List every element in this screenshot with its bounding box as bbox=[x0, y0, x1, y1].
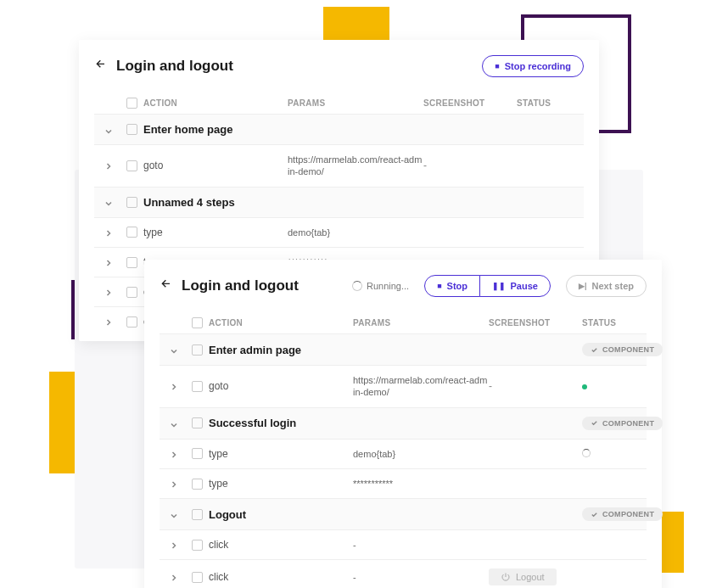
stop-icon: ■ bbox=[495, 63, 499, 70]
chevron-down-icon[interactable] bbox=[170, 510, 178, 518]
row-checkbox[interactable] bbox=[192, 417, 203, 428]
params-cell: - bbox=[353, 539, 489, 551]
chevron-right-icon[interactable] bbox=[170, 573, 178, 581]
row-checkbox[interactable] bbox=[192, 448, 203, 459]
page-title: Login and logout bbox=[116, 58, 473, 75]
row-checkbox[interactable] bbox=[192, 509, 203, 520]
action-cell: click bbox=[209, 539, 353, 551]
chevron-down-icon[interactable] bbox=[104, 126, 113, 134]
stop-recording-button[interactable]: ■ Stop recording bbox=[482, 55, 584, 77]
table-row: type demo{tab} bbox=[160, 439, 647, 468]
next-icon: ▶| bbox=[579, 283, 587, 290]
table-row: goto https://marmelab.com/react-admin-de… bbox=[94, 144, 584, 187]
row-checkbox[interactable] bbox=[192, 540, 203, 551]
checkbox-all[interactable] bbox=[192, 317, 203, 328]
table-header: ACTION PARAMS SCREENSHOT STATUS bbox=[94, 92, 584, 114]
action-cell: type bbox=[209, 478, 353, 490]
back-icon[interactable] bbox=[94, 58, 108, 75]
group-row[interactable]: Unnamed 4 steps bbox=[94, 187, 584, 217]
params-cell: https://marmelab.com/react-admin-demo/ bbox=[288, 154, 423, 178]
col-params: PARAMS bbox=[288, 98, 423, 108]
table-row: type *********** bbox=[160, 468, 647, 498]
back-icon[interactable] bbox=[160, 277, 173, 294]
group-status: COMPONENT bbox=[582, 417, 663, 430]
chevron-down-icon[interactable] bbox=[170, 345, 178, 354]
action-cell: goto bbox=[209, 380, 353, 392]
action-cell: click bbox=[209, 571, 353, 583]
checkbox-all[interactable] bbox=[126, 98, 137, 109]
row-checkbox[interactable] bbox=[126, 257, 137, 268]
col-action: ACTION bbox=[143, 98, 288, 108]
next-label: Next step bbox=[591, 281, 634, 291]
row-checkbox[interactable] bbox=[126, 160, 137, 171]
page-title: Login and logout bbox=[182, 277, 344, 294]
status-pass-icon bbox=[582, 384, 587, 389]
stop-button[interactable]: ■ Stop bbox=[424, 275, 480, 297]
chevron-right-icon[interactable] bbox=[104, 317, 113, 326]
spinner-icon bbox=[352, 281, 362, 291]
col-status: STATUS bbox=[517, 98, 574, 108]
chevron-right-icon[interactable] bbox=[104, 258, 113, 266]
group-row[interactable]: Successful login COMPONENT bbox=[160, 407, 647, 439]
table-row: click - Logout bbox=[160, 559, 647, 588]
chevron-right-icon[interactable] bbox=[104, 288, 113, 296]
chevron-right-icon[interactable] bbox=[170, 382, 178, 390]
chevron-right-icon[interactable] bbox=[170, 540, 178, 549]
row-checkbox[interactable] bbox=[126, 287, 137, 298]
row-checkbox[interactable] bbox=[192, 572, 203, 583]
component-badge-label: COMPONENT bbox=[602, 510, 654, 518]
chevron-down-icon[interactable] bbox=[170, 419, 178, 428]
screenshot-empty: - bbox=[423, 160, 427, 171]
row-checkbox[interactable] bbox=[192, 479, 203, 490]
running-label: Running... bbox=[367, 281, 409, 291]
chevron-right-icon[interactable] bbox=[104, 228, 113, 237]
screenshot-logout-button[interactable]: Logout bbox=[489, 568, 557, 585]
component-badge-label: COMPONENT bbox=[602, 345, 654, 354]
group-row[interactable]: Enter admin page COMPONENT bbox=[160, 333, 647, 365]
next-step-button[interactable]: ▶| Next step bbox=[566, 275, 647, 297]
panel-header: Login and logout Running... ■ Stop ❚❚ Pa… bbox=[160, 275, 647, 297]
component-badge: COMPONENT bbox=[582, 507, 663, 521]
action-cell: type bbox=[209, 448, 353, 460]
component-badge: COMPONENT bbox=[582, 343, 663, 356]
group-row[interactable]: Logout COMPONENT bbox=[160, 498, 647, 529]
group-name: Successful login bbox=[209, 417, 582, 429]
row-checkbox[interactable] bbox=[126, 316, 137, 328]
row-checkbox[interactable] bbox=[192, 344, 203, 356]
group-name: Enter admin page bbox=[209, 344, 582, 356]
col-status: STATUS bbox=[582, 318, 636, 328]
screenshot-cell: Logout bbox=[489, 568, 582, 585]
group-row[interactable]: Enter home page bbox=[94, 114, 584, 144]
component-badge-label: COMPONENT bbox=[602, 419, 654, 428]
table-row: goto https://marmelab.com/react-admin-de… bbox=[160, 365, 647, 407]
table-row: click - bbox=[160, 529, 647, 559]
stop-label: Stop bbox=[447, 281, 467, 291]
row-checkbox[interactable] bbox=[126, 197, 137, 208]
component-badge: COMPONENT bbox=[582, 417, 663, 430]
stop-recording-label: Stop recording bbox=[505, 61, 571, 71]
pause-button[interactable]: ❚❚ Pause bbox=[479, 275, 551, 297]
panel-running: Login and logout Running... ■ Stop ❚❚ Pa… bbox=[144, 260, 662, 588]
params-cell: demo{tab} bbox=[288, 227, 423, 238]
group-name: Unnamed 4 steps bbox=[143, 196, 517, 209]
chevron-right-icon[interactable] bbox=[104, 161, 113, 170]
col-params: PARAMS bbox=[353, 318, 489, 328]
status-running-icon bbox=[582, 449, 591, 457]
group-status: COMPONENT bbox=[582, 507, 663, 521]
chevron-right-icon[interactable] bbox=[170, 479, 178, 488]
screenshot-cell: - bbox=[423, 160, 517, 171]
row-checkbox[interactable] bbox=[126, 227, 137, 238]
status-cell bbox=[582, 448, 636, 460]
table-header: ACTION PARAMS SCREENSHOT STATUS bbox=[160, 312, 647, 333]
stop-icon: ■ bbox=[437, 283, 441, 290]
row-checkbox[interactable] bbox=[192, 381, 203, 392]
pause-label: Pause bbox=[511, 281, 538, 291]
chevron-down-icon[interactable] bbox=[104, 198, 113, 206]
col-screenshot: SCREENSHOT bbox=[489, 318, 582, 328]
col-action: ACTION bbox=[209, 318, 353, 328]
row-checkbox[interactable] bbox=[126, 124, 137, 135]
params-cell: demo{tab} bbox=[353, 448, 489, 460]
chevron-right-icon[interactable] bbox=[170, 450, 178, 458]
playback-controls: ■ Stop ❚❚ Pause bbox=[424, 275, 551, 297]
group-name: Enter home page bbox=[143, 123, 517, 136]
